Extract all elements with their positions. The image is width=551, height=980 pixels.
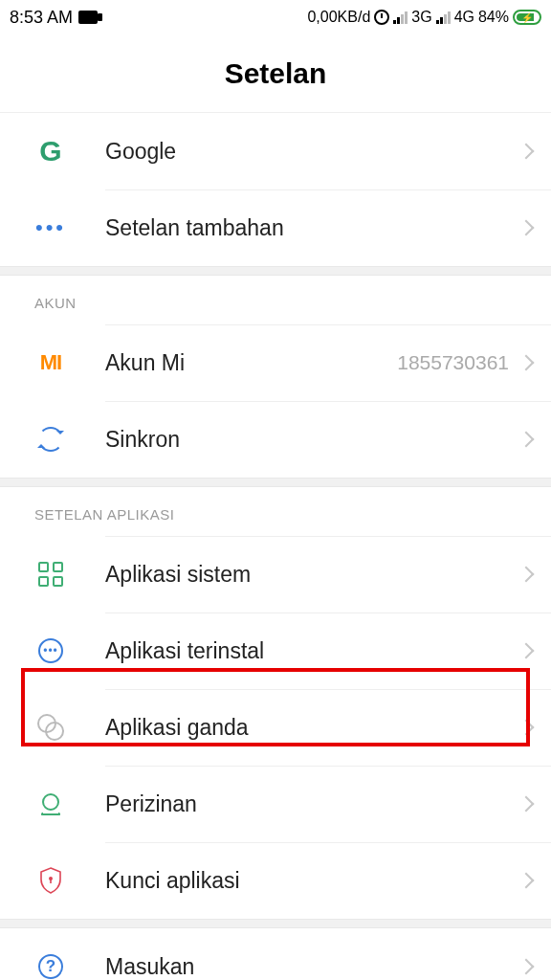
chevron-right-icon [518, 720, 535, 736]
google-icon: G [34, 135, 67, 167]
settings-item-google[interactable]: G Google [0, 113, 551, 189]
sync-icon [34, 423, 67, 456]
page-title: Setelan [0, 34, 551, 113]
settings-item-installed-apps[interactable]: ••• Aplikasi terinstal [0, 612, 551, 689]
chevron-right-icon [518, 796, 535, 813]
network-speed: 0,00KB/d [307, 9, 370, 26]
settings-item-feedback[interactable]: ? Masukan [0, 928, 551, 980]
settings-item-additional[interactable]: ••• Setelan tambahan [0, 189, 551, 266]
chevron-right-icon [518, 220, 535, 236]
status-bar: 8:53 AM 0,00KB/d 3G 4G 84% ⚡ [0, 0, 551, 34]
dual-circles-icon [34, 711, 67, 744]
settings-item-permissions[interactable]: Perizinan [0, 766, 551, 842]
chevron-right-icon [518, 643, 535, 659]
settings-item-system-apps[interactable]: Aplikasi sistem [0, 536, 551, 612]
settings-item-dual-apps[interactable]: Aplikasi ganda [0, 689, 551, 766]
network-2-label: 4G [454, 9, 474, 26]
settings-item-label: Akun Mi [105, 350, 397, 376]
settings-item-label: Aplikasi terinstal [105, 638, 520, 664]
section-divider [0, 919, 551, 928]
battery-icon: ⚡ [513, 10, 541, 25]
settings-item-label: Kunci aplikasi [105, 868, 520, 894]
settings-group-account: MI Akun Mi 1855730361 Sinkron [0, 324, 551, 478]
section-header-apps: SETELAN APLIKASI [0, 487, 551, 536]
clock: 8:53 AM [10, 8, 73, 28]
settings-item-label: Sinkron [105, 427, 520, 453]
grid-icon [34, 558, 67, 590]
network-1-label: 3G [411, 9, 431, 26]
settings-item-label: Perizinan [105, 791, 520, 817]
shield-lock-icon [34, 864, 67, 897]
battery-percent: 84% [478, 9, 509, 26]
signal-1-icon [393, 11, 408, 24]
chevron-right-icon [518, 432, 535, 448]
settings-item-label: Masukan [105, 954, 520, 980]
settings-group-apps: Aplikasi sistem ••• Aplikasi terinstal A… [0, 536, 551, 919]
chevron-right-icon [518, 355, 535, 371]
settings-item-mi-account[interactable]: MI Akun Mi 1855730361 [0, 324, 551, 401]
mi-icon: MI [34, 346, 67, 379]
settings-item-label: Aplikasi ganda [105, 715, 520, 741]
settings-item-label: Setelan tambahan [105, 215, 520, 241]
status-left: 8:53 AM [10, 8, 98, 28]
chevron-right-icon [518, 873, 535, 889]
more-icon: ••• [34, 212, 67, 244]
chevron-right-icon [518, 959, 535, 975]
circle-dots-icon: ••• [34, 635, 67, 667]
chevron-right-icon [518, 567, 535, 583]
status-right: 0,00KB/d 3G 4G 84% ⚡ [307, 9, 541, 26]
settings-item-label: Google [105, 139, 520, 165]
camera-icon [78, 11, 98, 24]
section-divider [0, 266, 551, 276]
settings-group-general: G Google ••• Setelan tambahan [0, 113, 551, 266]
settings-item-label: Aplikasi sistem [105, 562, 520, 588]
signal-2-icon [436, 11, 451, 24]
settings-item-app-lock[interactable]: Kunci aplikasi [0, 842, 551, 919]
chevron-right-icon [518, 144, 535, 160]
question-icon: ? [34, 950, 67, 980]
settings-group-feedback: ? Masukan [0, 928, 551, 980]
settings-item-value: 1855730361 [397, 351, 509, 374]
alarm-icon [374, 10, 389, 25]
settings-item-sync[interactable]: Sinkron [0, 401, 551, 478]
section-header-account: AKUN [0, 276, 551, 324]
section-divider [0, 478, 551, 487]
svg-rect-1 [50, 880, 52, 883]
permission-icon [34, 788, 67, 820]
